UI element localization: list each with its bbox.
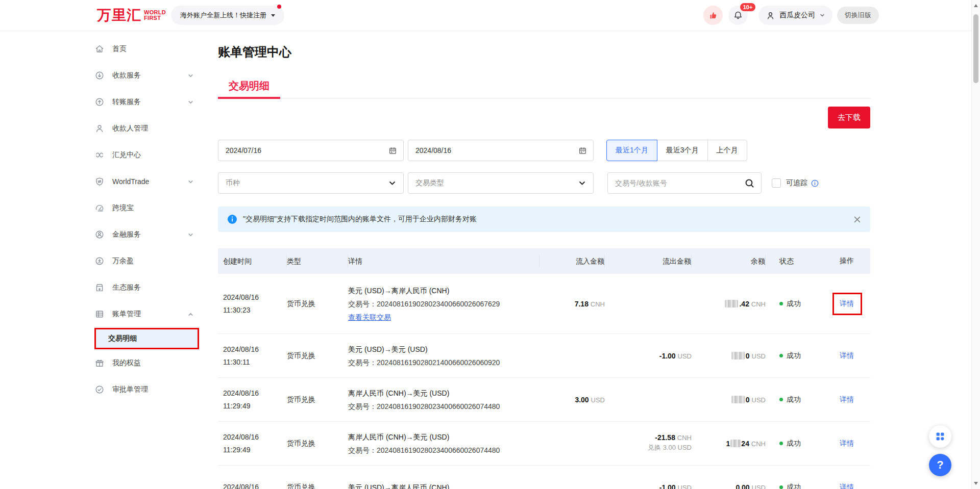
scroll-up-arrow-icon[interactable] <box>974 4 978 7</box>
search-input[interactable] <box>615 179 740 187</box>
calendar-icon <box>578 146 587 155</box>
trackable-checkbox[interactable] <box>772 178 781 188</box>
detail-link[interactable]: 详情 <box>840 351 854 359</box>
status-text: 成功 <box>787 439 801 448</box>
row-time: 11:30:11 <box>223 356 287 369</box>
sidebar-item-finance[interactable]: 金融服务 <box>94 221 199 248</box>
preset-last-3-months[interactable]: 最近3个月 <box>657 140 708 161</box>
table-row: 2024/08/16 11:29:49 货币兑换 离岸人民币 (CNH)→美元 … <box>218 378 870 422</box>
close-icon <box>853 216 861 223</box>
main-content: 账单管理中心 交易明细 去下载 最近1个月 最近3个月 上个月 <box>218 0 870 489</box>
row-txn-no: 2024081619028023400660026074480 <box>377 446 500 454</box>
sidebar-item-worldtrade[interactable]: WorldTrade <box>94 168 199 195</box>
row-type: 货币兑换 <box>287 395 348 404</box>
sidebar-item-wanyuying[interactable]: 万余盈 <box>94 248 199 274</box>
filter-row: 币种 交易类型 可追踪 <box>218 172 819 194</box>
row-balance: .42 <box>739 300 749 308</box>
status-text: 成功 <box>787 395 801 404</box>
search-icon <box>744 178 755 189</box>
banner-text: "交易明细"支持下载指定时间范围内的账单文件，可用于企业内部财务对账 <box>243 215 477 224</box>
date-from-value[interactable] <box>226 146 384 155</box>
scrollbar[interactable] <box>971 0 980 489</box>
sidebar-item-payees[interactable]: 收款人管理 <box>94 115 199 142</box>
sidebar-item-ecosystem[interactable]: 生态服务 <box>94 274 199 301</box>
masked-balance <box>730 440 741 447</box>
chevron-down-icon <box>819 12 825 18</box>
col-inflow: 流入金额 <box>540 254 605 268</box>
row-inflow: 3.00 <box>575 396 589 404</box>
account-menu[interactable]: 西瓜皮公司 <box>758 6 832 25</box>
row-detail-title: 美元 (USD)→离岸人民币 (CNH) <box>348 284 540 297</box>
row-date: 2024/08/16 <box>223 431 287 444</box>
row-detail-title: 美元 (USD)→美元 (USD) <box>348 343 540 356</box>
download-button[interactable]: 去下载 <box>828 107 870 128</box>
row-outflow: -21.58 <box>655 433 675 442</box>
currency-select[interactable]: 币种 <box>218 172 404 194</box>
receive-icon <box>94 70 105 81</box>
page: 万里汇 WORLD FIRST 海外账户全新上线！快捷注册 10+ <box>0 0 980 489</box>
col-outflow: 流出金额 <box>605 254 692 268</box>
feedback-button[interactable] <box>703 6 723 25</box>
sidebar-item-kuajingbao[interactable]: 1688 跨境宝 <box>94 195 199 221</box>
logo-text: 万里汇 <box>97 7 141 24</box>
row-txn-no: 2024081619028023400660026067629 <box>377 300 500 308</box>
caret-down-icon <box>271 14 275 17</box>
announcement-text: 海外账户全新上线！快捷注册 <box>180 11 266 20</box>
detail-link[interactable]: 详情 <box>840 439 854 447</box>
chevron-down-icon <box>187 99 194 106</box>
row-balance: 0 <box>746 352 750 360</box>
masked-balance <box>731 352 745 359</box>
notification-dot <box>277 5 281 9</box>
status-dot <box>779 354 783 357</box>
user-icon <box>766 11 775 20</box>
row-type: 货币兑换 <box>287 439 348 448</box>
detail-link[interactable]: 详情 <box>840 483 854 489</box>
search-box[interactable] <box>607 172 762 194</box>
home-icon <box>94 44 105 54</box>
col-status: 状态 <box>779 254 836 268</box>
sidebar-item-approvals[interactable]: 审批单管理 <box>94 376 199 403</box>
help-button[interactable]: ? <box>929 454 951 476</box>
date-to-input[interactable] <box>408 140 594 161</box>
row-date: 2024/08/16 <box>223 343 287 356</box>
info-icon[interactable] <box>811 179 819 188</box>
sidebar-item-transaction-details[interactable]: 交易明细 <box>94 328 199 349</box>
sidebar-item-billing[interactable]: 账单管理 <box>94 301 199 327</box>
preset-last-month[interactable]: 上个月 <box>707 140 747 161</box>
detail-link[interactable]: 详情 <box>840 299 854 307</box>
col-type: 类型 <box>287 254 348 268</box>
table-header: 创建时间 类型 详情 流入金额 流出金额 余额 状态 操作 <box>218 248 870 274</box>
transaction-type-select[interactable]: 交易类型 <box>408 172 594 194</box>
svg-text:1688: 1688 <box>97 210 103 212</box>
chevron-up-icon <box>187 311 194 318</box>
sidebar-item-transfer[interactable]: 转账服务 <box>94 89 199 115</box>
status-dot <box>779 302 783 305</box>
date-from-input[interactable] <box>218 140 404 161</box>
chevron-down-icon <box>187 231 194 238</box>
sidebar-item-home[interactable]: 首页 <box>94 36 199 62</box>
announcement-pill[interactable]: 海外账户全新上线！快捷注册 <box>171 6 284 25</box>
status-dot <box>779 485 783 489</box>
mini-apps-button[interactable] <box>929 425 951 448</box>
related-transaction-link[interactable]: 查看关联交易 <box>348 313 391 321</box>
row-balance: 24 <box>741 440 749 448</box>
table-row: 2024/08/16 11:29:49 货币兑换 离岸人民币 (CNH)→美元 … <box>218 422 870 466</box>
sidebar-item-receive[interactable]: 收款服务 <box>94 62 199 89</box>
trackable-label: 可追踪 <box>786 178 807 188</box>
scroll-down-arrow-icon[interactable] <box>974 482 978 485</box>
preset-last-1-month[interactable]: 最近1个月 <box>606 140 657 161</box>
sidebar-item-exchange[interactable]: 汇兑中心 <box>94 142 199 168</box>
tab-transaction-details[interactable]: 交易明细 <box>218 76 280 98</box>
table-row: 2024/08/16 11:30:11 货币兑换 美元 (USD)→美元 (US… <box>218 334 870 378</box>
banner-close-button[interactable] <box>853 216 861 223</box>
detail-link[interactable]: 详情 <box>840 395 854 403</box>
approval-check-icon <box>94 384 105 395</box>
scrollbar-thumb[interactable] <box>973 14 978 83</box>
status-text: 成功 <box>787 351 801 361</box>
row-type: 货币兑换 <box>287 351 348 361</box>
switch-old-version-button[interactable]: 切换旧版 <box>837 7 879 24</box>
masked-balance <box>725 300 738 307</box>
date-to-value[interactable] <box>415 146 574 155</box>
worldfirst-logo: 万里汇 WORLD FIRST <box>97 7 166 24</box>
sidebar-item-benefits[interactable]: 我的权益 <box>94 350 199 376</box>
